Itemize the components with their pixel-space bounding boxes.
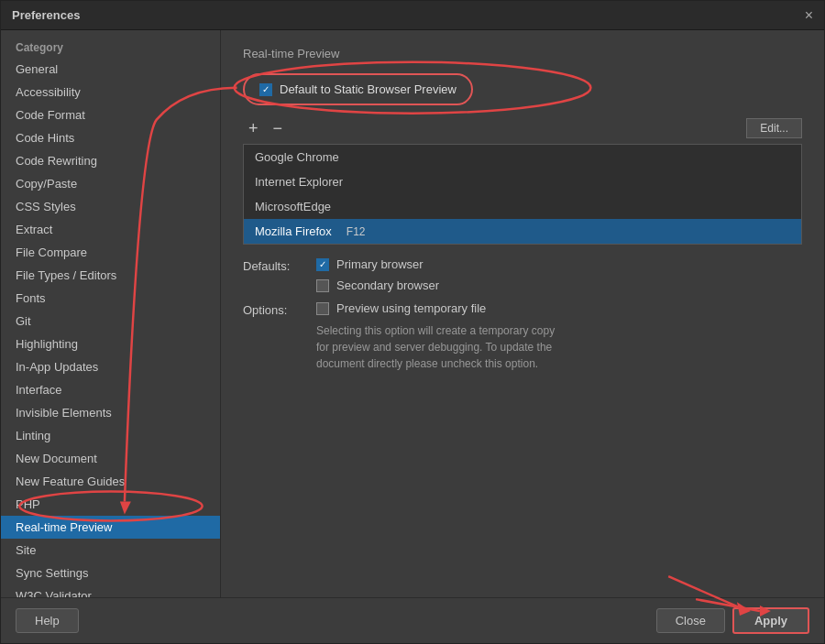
secondary-browser-checkbox[interactable] <box>316 279 329 292</box>
preview-temp-label[interactable]: Preview using temporary file <box>336 301 486 315</box>
sidebar-item-new-document[interactable]: New Document <box>1 447 220 470</box>
sidebar-item-copy-paste[interactable]: Copy/Paste <box>1 172 220 195</box>
dialog-footer: Help Close Apply <box>1 597 824 643</box>
default-static-checkbox[interactable] <box>259 83 272 96</box>
browser-toolbar: + − Edit... <box>243 118 802 138</box>
sidebar-item-file-compare[interactable]: File Compare <box>1 241 220 264</box>
section-title: Real-time Preview <box>243 47 802 60</box>
options-help-text: Selecting this option will create a temp… <box>316 322 555 372</box>
sidebar-item-site[interactable]: Site <box>1 539 220 562</box>
defaults-checks: Primary browser Secondary browser <box>316 257 439 292</box>
secondary-browser-label[interactable]: Secondary browser <box>336 278 439 292</box>
dialog-title: Preferences <box>12 8 80 22</box>
apply-button[interactable]: Apply <box>732 607 809 634</box>
sidebar-item-php[interactable]: PHP <box>1 493 220 516</box>
defaults-section: Defaults: Primary browser Secondary brow… <box>243 257 802 292</box>
options-content: Preview using temporary file Selecting t… <box>316 301 555 372</box>
secondary-browser-row: Secondary browser <box>316 278 439 292</box>
sidebar-item-extract[interactable]: Extract <box>1 218 220 241</box>
add-browser-button[interactable]: + <box>243 118 264 138</box>
remove-browser-button[interactable]: − <box>268 118 289 138</box>
preview-temp-checkbox[interactable] <box>316 302 329 315</box>
sidebar-item-file-types---editors[interactable]: File Types / Editors <box>1 264 220 287</box>
sidebar-item-w3c-validator[interactable]: W3C Validator <box>1 584 220 597</box>
browser-item-internet-explorer[interactable]: Internet Explorer <box>244 169 801 194</box>
sidebar-header: Category <box>1 34 220 58</box>
browser-list: Google ChromeInternet ExplorerMicrosoftE… <box>243 144 802 245</box>
browser-item-mozilla-firefox[interactable]: Mozilla FirefoxF12 <box>244 219 801 244</box>
default-static-row: Default to Static Browser Preview <box>243 73 473 105</box>
sidebar-item-code-hints[interactable]: Code Hints <box>1 126 220 149</box>
sidebar-item-accessibility[interactable]: Accessibility <box>1 81 220 104</box>
content-area: Real-time Preview Default to Static Brow… <box>221 30 824 597</box>
sidebar-item-css-styles[interactable]: CSS Styles <box>1 195 220 218</box>
title-bar: Preferences × <box>1 1 824 30</box>
browser-item-google-chrome[interactable]: Google Chrome <box>244 145 801 169</box>
dialog-body: Category GeneralAccessibilityCode Format… <box>1 30 824 597</box>
title-close-button[interactable]: × <box>805 8 813 23</box>
sidebar-item-interface[interactable]: Interface <box>1 378 220 401</box>
apply-container: Apply <box>732 607 809 634</box>
browser-item-microsoftedge[interactable]: MicrosoftEdge <box>244 194 801 219</box>
options-label: Options: <box>243 301 307 317</box>
sidebar-item-linting[interactable]: Linting <box>1 424 220 447</box>
default-static-label[interactable]: Default to Static Browser Preview <box>280 82 456 96</box>
preview-temp-row: Preview using temporary file <box>316 301 555 315</box>
sidebar-item-code-format[interactable]: Code Format <box>1 104 220 126</box>
sidebar-item-invisible-elements[interactable]: Invisible Elements <box>1 401 220 424</box>
sidebar-item-in-app-updates[interactable]: In-App Updates <box>1 355 220 378</box>
sidebar-item-fonts[interactable]: Fonts <box>1 287 220 310</box>
close-button[interactable]: Close <box>656 608 725 633</box>
sidebar-item-new-feature-guides[interactable]: New Feature Guides <box>1 470 220 493</box>
sidebar-item-general[interactable]: General <box>1 58 220 81</box>
defaults-label: Defaults: <box>243 257 307 273</box>
primary-browser-label[interactable]: Primary browser <box>336 257 424 271</box>
sidebar-item-git[interactable]: Git <box>1 310 220 333</box>
sidebar-item-code-rewriting[interactable]: Code Rewriting <box>1 149 220 172</box>
primary-browser-checkbox[interactable] <box>316 258 329 271</box>
edit-button[interactable]: Edit... <box>746 118 802 138</box>
footer-right: Close Apply <box>656 607 809 634</box>
primary-browser-row: Primary browser <box>316 257 439 271</box>
sidebar-item-highlighting[interactable]: Highlighting <box>1 333 220 355</box>
sidebar-item-sync-settings[interactable]: Sync Settings <box>1 562 220 584</box>
preferences-dialog: Preferences × Category GeneralAccessibil… <box>0 0 825 644</box>
sidebar: Category GeneralAccessibilityCode Format… <box>1 30 221 597</box>
options-section: Options: Preview using temporary file Se… <box>243 301 802 372</box>
help-button[interactable]: Help <box>16 608 79 633</box>
sidebar-item-real-time-preview[interactable]: Real-time Preview <box>1 516 220 539</box>
